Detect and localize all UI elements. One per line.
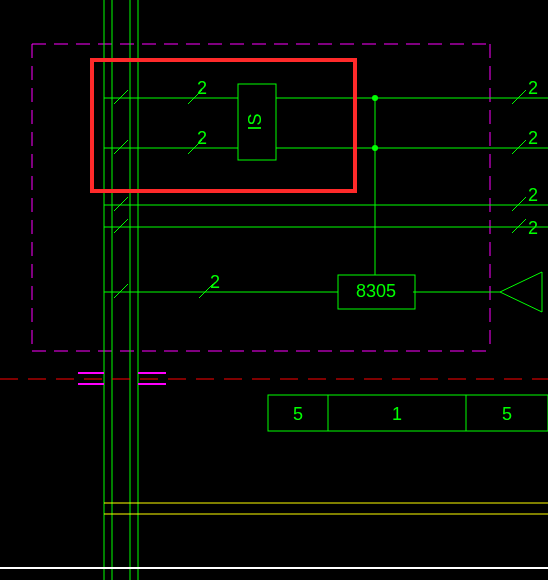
- table-cell: 5: [293, 404, 303, 424]
- svg-line-32: [512, 197, 526, 211]
- wire-label: 2: [197, 78, 207, 98]
- svg-line-28: [114, 219, 128, 233]
- table-cell: 5: [502, 404, 512, 424]
- svg-point-21: [372, 95, 378, 101]
- red-highlight-box: [92, 60, 355, 191]
- wire-label: 2: [197, 128, 207, 148]
- is-block: IS: [238, 84, 276, 160]
- wire-labels: 2 2 2 2 2 2 2: [197, 78, 538, 292]
- svg-line-29: [114, 284, 128, 298]
- dashed-frame: [32, 44, 490, 351]
- table-cell: 1: [392, 404, 402, 424]
- wire-label: 2: [528, 218, 538, 238]
- svg-point-22: [372, 145, 378, 151]
- svg-line-25: [114, 90, 128, 104]
- block-8305: 8305: [338, 275, 415, 309]
- horizontal-wires: [104, 98, 548, 292]
- wire-ticks: [114, 90, 526, 298]
- vertical-connectors: [372, 95, 378, 275]
- wire-label: 2: [528, 78, 538, 98]
- wire-label: 2: [528, 128, 538, 148]
- vertical-grid: [104, 0, 138, 580]
- speaker-symbol: [500, 272, 542, 312]
- svg-line-33: [512, 219, 526, 233]
- svg-line-31: [512, 140, 526, 154]
- mini-table: 5 1 5: [268, 395, 548, 431]
- yellow-band: [104, 503, 548, 514]
- is-block-label: IS: [245, 113, 265, 130]
- svg-marker-39: [500, 272, 542, 312]
- block-8305-label: 8305: [356, 281, 396, 301]
- svg-line-26: [114, 140, 128, 154]
- svg-line-27: [114, 197, 128, 211]
- svg-line-30: [512, 90, 526, 104]
- wire-label: 2: [528, 185, 538, 205]
- wire-label: 2: [210, 272, 220, 292]
